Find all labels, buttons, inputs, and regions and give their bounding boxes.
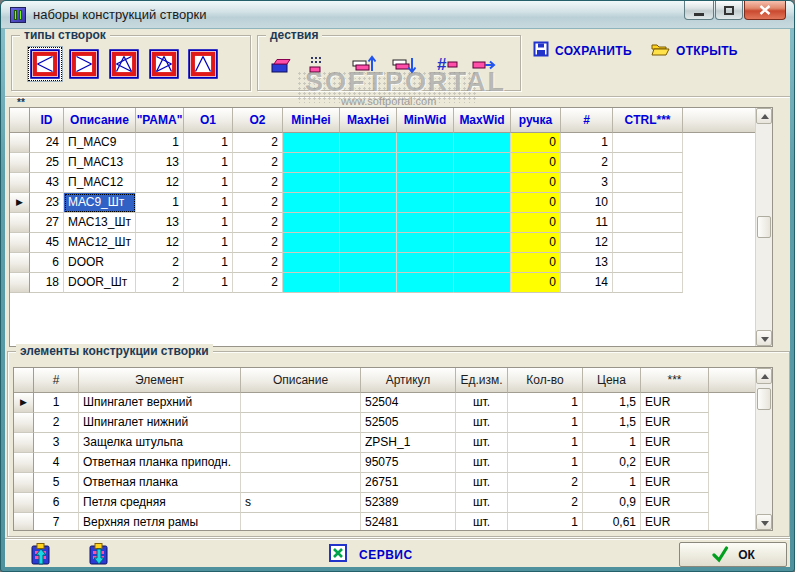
table-row[interactable]: 6Петля средняяs52389шт.20,9EUR — [14, 493, 755, 513]
cell[interactable] — [613, 193, 683, 213]
scrollbar-thumb[interactable] — [757, 216, 771, 238]
row-indicator[interactable] — [10, 233, 30, 253]
cell[interactable]: 10 — [561, 193, 613, 213]
cell[interactable]: 2 — [233, 213, 283, 233]
cell[interactable]: 1 — [184, 193, 233, 213]
cell[interactable]: 0 — [511, 213, 561, 233]
maximize-button[interactable] — [715, 1, 743, 20]
cell[interactable]: П_МАС13 — [64, 153, 136, 173]
cell[interactable]: 0 — [511, 133, 561, 153]
cell[interactable]: Ответная планка — [79, 473, 241, 493]
sash-type-button-5[interactable] — [185, 46, 221, 82]
sash-type-button-4[interactable] — [146, 46, 182, 82]
cell[interactable] — [397, 213, 454, 233]
row-indicator[interactable] — [14, 413, 34, 433]
cell[interactable]: 0,9 — [583, 493, 641, 513]
cell[interactable]: 12 — [561, 233, 613, 253]
cell[interactable] — [613, 253, 683, 273]
cell[interactable]: 45 — [30, 233, 64, 253]
cell[interactable]: 2 — [136, 253, 184, 273]
table-row[interactable]: 18DOOR_Шт212014 — [10, 273, 755, 293]
cell[interactable] — [454, 213, 511, 233]
cell[interactable]: Петля средняя — [79, 493, 241, 513]
scroll-up-button[interactable] — [756, 108, 772, 124]
table-row[interactable]: 3Защелка штульпаZPSH_1шт.11EUR — [14, 433, 755, 453]
cell[interactable]: 1 — [508, 413, 583, 433]
cell[interactable]: 1 — [184, 233, 233, 253]
cell[interactable]: 11 — [561, 213, 613, 233]
cell[interactable] — [241, 393, 361, 413]
cell[interactable] — [397, 233, 454, 253]
ok-button[interactable]: ОК — [679, 542, 787, 567]
row-indicator[interactable] — [10, 273, 30, 293]
cell[interactable]: 1 — [184, 213, 233, 233]
cell[interactable] — [397, 193, 454, 213]
cell[interactable]: Верхняя петля рамы — [79, 513, 241, 530]
table-row[interactable]: 7Верхняя петля рамы52481шт.10,61EUR — [14, 513, 755, 530]
cell[interactable] — [454, 153, 511, 173]
cell[interactable] — [283, 153, 340, 173]
row-indicator[interactable] — [14, 453, 34, 473]
cell[interactable]: П_МАС12 — [64, 173, 136, 193]
cell[interactable] — [397, 153, 454, 173]
column-header[interactable]: MaxWid — [454, 108, 511, 133]
cell[interactable]: 1 — [583, 433, 641, 453]
cell[interactable]: EUR — [641, 493, 709, 513]
cell[interactable]: 23 — [30, 193, 64, 213]
row-indicator[interactable] — [10, 153, 30, 173]
cell[interactable]: 1,5 — [583, 413, 641, 433]
cell[interactable]: 0 — [511, 253, 561, 273]
cell[interactable]: 0 — [511, 273, 561, 293]
column-header[interactable]: "РАМА" — [136, 108, 184, 133]
cell[interactable]: 2 — [233, 253, 283, 273]
action-button-6[interactable] — [470, 52, 498, 80]
cell[interactable]: 13 — [136, 213, 184, 233]
cell[interactable]: 24 — [30, 133, 64, 153]
cell[interactable]: 1 — [136, 133, 184, 153]
cell[interactable]: 1 — [561, 133, 613, 153]
cell[interactable]: 1 — [508, 393, 583, 413]
sash-type-button-2[interactable] — [66, 46, 102, 82]
cell[interactable]: 3 — [561, 173, 613, 193]
cell[interactable]: 14 — [561, 273, 613, 293]
cell[interactable]: 1 — [508, 453, 583, 473]
cell[interactable] — [454, 173, 511, 193]
row-indicator[interactable] — [10, 133, 30, 153]
cell[interactable]: 0 — [511, 193, 561, 213]
column-header[interactable]: ручка — [511, 108, 561, 133]
cell[interactable]: 12 — [136, 173, 184, 193]
table-row[interactable]: 45МАС12_Шт1212012 — [10, 233, 755, 253]
column-header[interactable]: # — [34, 368, 79, 393]
row-indicator[interactable] — [10, 173, 30, 193]
cell[interactable] — [241, 413, 361, 433]
cell[interactable]: 2 — [233, 153, 283, 173]
cell[interactable]: 1 — [34, 393, 79, 413]
minimize-button[interactable] — [684, 1, 714, 20]
cell[interactable]: 1 — [184, 173, 233, 193]
cell[interactable] — [397, 253, 454, 273]
cell[interactable]: 1 — [184, 133, 233, 153]
table-row[interactable]: 4Ответная планка приподн.95075шт.10,2EUR — [14, 453, 755, 473]
cell[interactable]: 4 — [34, 453, 79, 473]
cell[interactable]: 2 — [233, 173, 283, 193]
action-button-3[interactable] — [350, 52, 378, 80]
cell[interactable]: 13 — [136, 153, 184, 173]
cell[interactable]: 43 — [30, 173, 64, 193]
table-row[interactable]: 2Шпингалет нижний52505шт.11,5EUR — [14, 413, 755, 433]
cell[interactable]: 2 — [561, 153, 613, 173]
column-header[interactable]: O1 — [184, 108, 233, 133]
cell[interactable] — [397, 273, 454, 293]
cell[interactable]: Защелка штульпа — [79, 433, 241, 453]
cell[interactable]: 2 — [508, 473, 583, 493]
cell[interactable]: шт. — [456, 513, 508, 530]
column-header[interactable]: Цена — [583, 368, 641, 393]
save-button[interactable]: СОХРАНИТЬ — [533, 41, 632, 61]
cell[interactable] — [340, 153, 397, 173]
sash-type-button-1[interactable] — [27, 46, 63, 82]
cell[interactable] — [613, 173, 683, 193]
column-header[interactable]: Описание — [64, 108, 136, 133]
row-indicator[interactable] — [14, 493, 34, 513]
cell[interactable] — [283, 173, 340, 193]
cell[interactable] — [340, 193, 397, 213]
action-button-2[interactable] — [306, 52, 334, 80]
